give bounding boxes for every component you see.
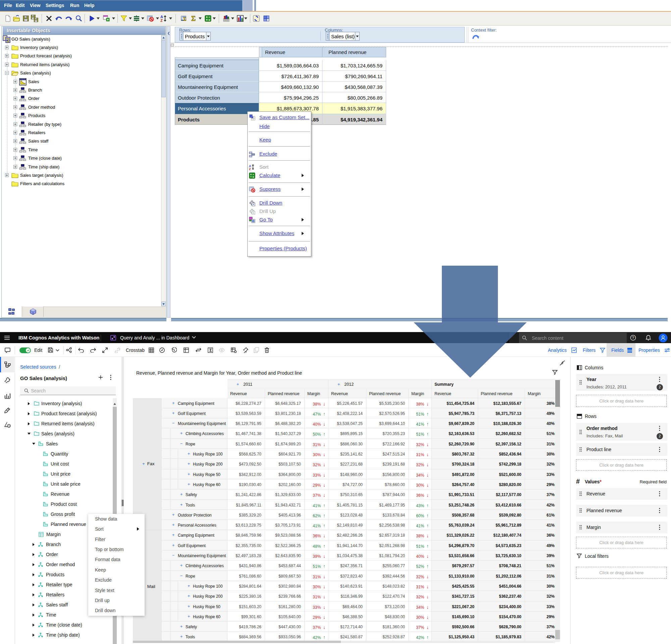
svg-text:?: ? [632,336,634,340]
svg-text:Z: Z [160,18,163,22]
svg-text:Z: Z [249,167,251,170]
svg-text:Σ: Σ [191,15,195,22]
svg-text:Σ: Σ [183,17,186,22]
